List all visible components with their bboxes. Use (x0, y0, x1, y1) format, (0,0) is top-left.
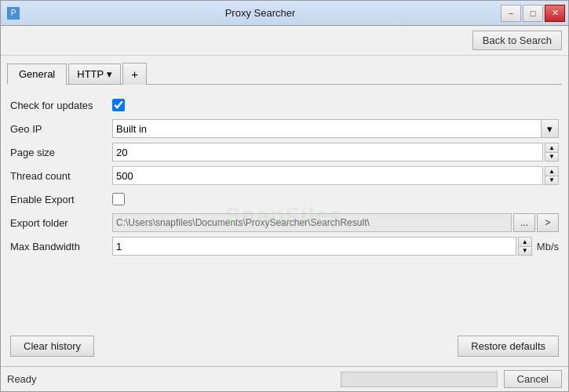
export-folder-control: ... > (112, 213, 559, 232)
enable-export-row: Enable Export (7, 188, 562, 210)
page-size-spin-down[interactable]: ▼ (545, 152, 559, 162)
main-wrapper: General HTTP ▾ + Check for updates (1, 56, 568, 366)
footer-buttons: Clear history Restore defaults (7, 332, 562, 360)
export-folder-arrow-button[interactable]: > (537, 213, 559, 232)
chevron-down-icon: ▾ (547, 123, 553, 135)
check-for-updates-label: Check for updates (10, 100, 112, 111)
cancel-button[interactable]: Cancel (504, 370, 562, 388)
max-bandwidth-spin-up[interactable]: ▲ (518, 237, 532, 246)
tab-add[interactable]: + (122, 63, 147, 85)
status-right: Cancel (341, 370, 562, 388)
thread-count-spin-down[interactable]: ▼ (545, 176, 559, 185)
window-title: Proxy Searcher (20, 7, 501, 19)
toolbar: Back to Search (1, 26, 568, 56)
max-bandwidth-spin-down[interactable]: ▼ (518, 246, 532, 256)
page-size-input[interactable] (112, 143, 543, 162)
tab-http[interactable]: HTTP ▾ (68, 64, 121, 84)
status-bar: Ready Cancel (1, 366, 568, 391)
max-bandwidth-control: ▲ ▼ Mb/s (112, 237, 559, 256)
enable-export-label: Enable Export (10, 194, 112, 205)
maximize-button[interactable]: □ (523, 5, 543, 22)
check-for-updates-control (112, 99, 559, 111)
thread-count-row: Thread count ▲ ▼ (7, 165, 562, 187)
back-to-search-button[interactable]: Back to Search (472, 31, 562, 50)
form-area: Check for updates Geo IP Built in Extern… (7, 94, 562, 325)
export-folder-row: Export folder ... > (7, 212, 562, 234)
enable-export-control (112, 193, 559, 205)
app-icon: P (7, 7, 20, 20)
window-controls: − □ ✕ (501, 5, 565, 22)
max-bandwidth-unit: Mb/s (537, 241, 559, 252)
export-folder-input-group: ... > (112, 213, 559, 232)
geo-ip-select-wrapper: Built in External ▾ (112, 119, 559, 138)
max-bandwidth-input[interactable] (112, 237, 516, 256)
export-folder-input[interactable] (112, 213, 512, 232)
geo-ip-select[interactable]: Built in External (112, 119, 542, 138)
page-size-row: Page size ▲ ▼ (7, 141, 562, 163)
geo-ip-label: Geo IP (10, 123, 112, 135)
page-size-control: ▲ ▼ (112, 143, 559, 162)
thread-count-spinner: ▲ ▼ (545, 166, 559, 185)
title-bar: P Proxy Searcher − □ ✕ (1, 1, 568, 26)
page-size-spinner: ▲ ▼ (545, 143, 559, 162)
thread-count-input[interactable] (112, 166, 543, 185)
max-bandwidth-row: Max Bandwidth ▲ ▼ Mb/s (7, 235, 562, 257)
chevron-down-icon: ▾ (107, 68, 112, 80)
thread-count-control: ▲ ▼ (112, 166, 559, 185)
max-bandwidth-label: Max Bandwidth (10, 241, 112, 252)
close-button[interactable]: ✕ (545, 5, 565, 22)
export-folder-browse-button[interactable]: ... (513, 213, 535, 232)
geo-ip-dropdown-arrow[interactable]: ▾ (542, 119, 559, 138)
page-size-spin-up[interactable]: ▲ (545, 143, 559, 152)
minimize-button[interactable]: − (501, 5, 521, 22)
check-for-updates-row: Check for updates (7, 94, 562, 116)
main-window: P Proxy Searcher − □ ✕ Back to Search Ge… (0, 0, 569, 392)
thread-count-spin-up[interactable]: ▲ (545, 166, 559, 176)
clear-history-button[interactable]: Clear history (10, 336, 94, 357)
geo-ip-row: Geo IP Built in External ▾ (7, 118, 562, 140)
enable-export-checkbox[interactable] (112, 193, 125, 205)
max-bandwidth-spinner: ▲ ▼ (518, 237, 532, 256)
status-text: Ready (7, 373, 37, 385)
main-content: General HTTP ▾ + Check for updates (1, 56, 568, 366)
page-size-label: Page size (10, 147, 112, 158)
progress-bar (341, 372, 498, 387)
restore-defaults-button[interactable]: Restore defaults (458, 336, 559, 357)
check-for-updates-checkbox[interactable] (112, 99, 125, 111)
thread-count-label: Thread count (10, 170, 112, 182)
export-folder-label: Export folder (10, 217, 112, 229)
tab-general[interactable]: General (7, 64, 67, 85)
tabs-bar: General HTTP ▾ + (7, 62, 562, 85)
geo-ip-control: Built in External ▾ (112, 119, 559, 138)
